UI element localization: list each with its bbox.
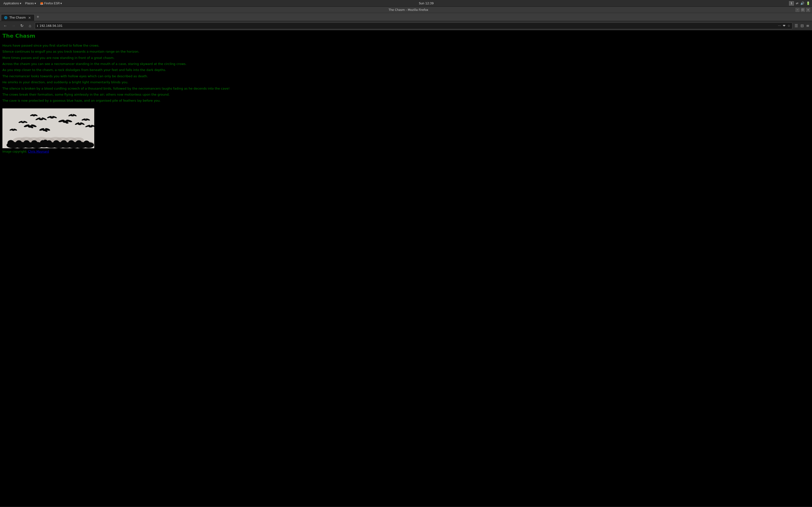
more-actions-icon[interactable]: ··· <box>778 24 781 27</box>
page-content: The Chasm Hours have passed since you fi… <box>0 31 812 507</box>
nav-right-icons: ☰ ⊟ ≡ <box>794 23 810 29</box>
workspace-indicator[interactable]: 1 <box>789 1 794 6</box>
svg-point-38 <box>61 140 67 146</box>
window-title: The Chasm - Mozilla Firefox <box>21 8 796 12</box>
svg-point-27 <box>23 140 30 146</box>
forward-button[interactable]: → <box>10 22 17 29</box>
story-paragraph-5: The necromancer looks towards you with h… <box>2 73 810 79</box>
story-paragraph-7: The silence is broken by a blood curdlin… <box>2 86 810 91</box>
tab-label: The Chasm <box>9 16 26 19</box>
svg-point-74 <box>45 130 48 132</box>
system-taskbar: Applications ▾ Places ▾ 🦊 Firefox ESR ▾ … <box>0 0 812 7</box>
taskbar-right: 1 ⇌ 🔊 🔋 <box>789 1 810 6</box>
firefox-icon: 🦊 <box>40 2 44 5</box>
navigation-bar: ← → ↻ ⌂ ℹ 192.168.56.101 ··· ❤ ☆ ☰ ⊟ ≡ <box>0 21 812 31</box>
story-paragraph-8: The crows break their formation, some fl… <box>2 92 810 97</box>
url-bar-icons: ··· ❤ ☆ <box>778 24 790 27</box>
tab-the-chasm[interactable]: 🌐 The Chasm × <box>1 14 35 21</box>
restore-button[interactable]: ⧠ <box>801 8 805 12</box>
applications-menu[interactable]: Applications ▾ <box>2 1 23 6</box>
story-paragraph-9: The cave is now protected by a gaseous b… <box>2 98 810 103</box>
story-paragraph-1: Silence continues to engulf you as you t… <box>2 49 810 54</box>
synced-tabs-icon[interactable]: ⊟ <box>800 23 804 29</box>
chris-maynard-link[interactable]: Chris Maynard <box>28 150 49 153</box>
url-bar[interactable]: ℹ 192.168.56.101 ··· ❤ ☆ <box>35 22 793 29</box>
tab-close-button[interactable]: × <box>28 16 32 19</box>
story-paragraphs: Hours have passed since you first starte… <box>2 43 810 104</box>
security-icon: ℹ <box>37 24 38 27</box>
firefox-titlebar: The Chasm - Mozilla Firefox − ⧠ × <box>0 7 812 13</box>
apps-chevron-icon: ▾ <box>20 2 21 5</box>
system-clock: Sun 12:39 <box>419 2 434 5</box>
tab-favicon: 🌐 <box>4 16 7 19</box>
audio-icon: 🔊 <box>800 1 804 5</box>
story-paragraph-6: He smirks in your direction, and suddenl… <box>2 79 810 85</box>
crows-image <box>2 108 94 148</box>
pocket-icon[interactable]: ❤ <box>783 24 785 27</box>
bookmark-icon[interactable]: ☆ <box>788 24 790 27</box>
places-chevron-icon: ▾ <box>35 2 36 5</box>
places-label: Places <box>25 2 34 5</box>
story-paragraph-3: Across the chasm you can see a necromanc… <box>2 61 810 67</box>
firefox-chevron-icon: ▾ <box>60 2 62 5</box>
image-container: Image copyright: Chris Maynard <box>2 108 810 153</box>
url-text: 192.168.56.101 <box>40 24 776 27</box>
firefox-label: Firefox ESR <box>44 2 60 5</box>
page-title: The Chasm <box>2 32 810 40</box>
tab-bar: 🌐 The Chasm × + <box>0 13 812 21</box>
menu-icon[interactable]: ≡ <box>806 23 810 29</box>
story-paragraph-4: As you step closer to the chasm, a rock … <box>2 67 810 73</box>
svg-point-29 <box>31 140 38 146</box>
svg-point-40 <box>68 140 74 146</box>
battery-icon: 🔋 <box>806 1 810 5</box>
applications-label: Applications <box>3 2 19 5</box>
story-paragraph-0: Hours have passed since you first starte… <box>2 43 810 48</box>
minimize-button[interactable]: − <box>796 8 800 12</box>
reload-button[interactable]: ↻ <box>18 22 25 29</box>
story-paragraph-2: More times passes and you are now standi… <box>2 55 810 61</box>
svg-point-34 <box>46 140 52 146</box>
firefox-menu[interactable]: 🦊 Firefox ESR ▾ <box>39 1 63 6</box>
home-button[interactable]: ⌂ <box>27 22 33 29</box>
svg-point-36 <box>53 140 59 146</box>
svg-point-23 <box>7 140 14 146</box>
network-icon: ⇌ <box>796 1 799 5</box>
window-controls: − ⧠ × <box>796 8 810 12</box>
image-copyright: Image copyright: Chris Maynard <box>2 150 810 153</box>
svg-point-25 <box>16 140 22 146</box>
new-tab-button[interactable]: + <box>35 14 41 19</box>
svg-point-44 <box>84 140 89 145</box>
close-button[interactable]: × <box>806 8 810 12</box>
taskbar-left: Applications ▾ Places ▾ 🦊 Firefox ESR ▾ <box>2 1 63 6</box>
svg-point-55 <box>66 122 69 124</box>
places-menu[interactable]: Places ▾ <box>24 1 38 6</box>
back-button[interactable]: ← <box>2 22 9 29</box>
reading-list-icon[interactable]: ☰ <box>794 23 799 29</box>
svg-point-42 <box>75 140 82 146</box>
